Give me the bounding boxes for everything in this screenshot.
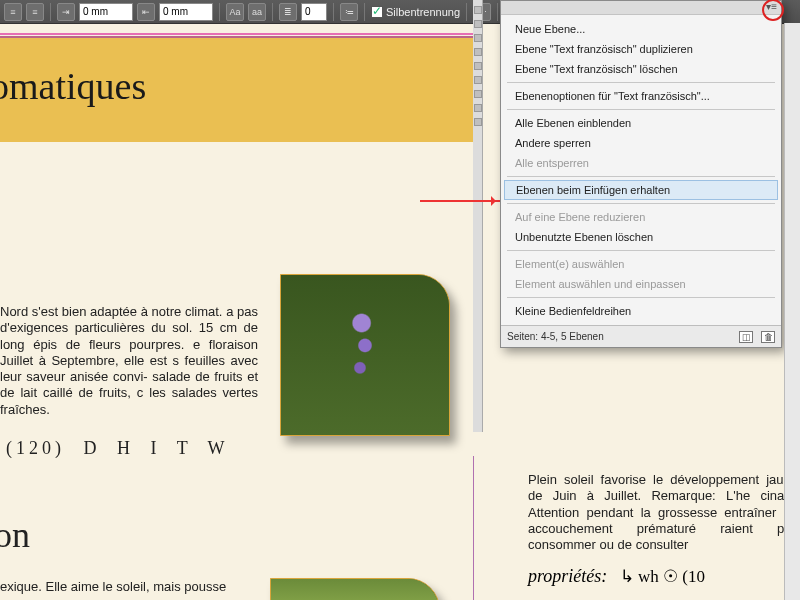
layers-panel-footer: Seiten: 4-5, 5 Ebenen ◫ 🗑 xyxy=(501,325,781,347)
margin-right-field[interactable]: 0 mm xyxy=(159,3,213,21)
footer-status: Seiten: 4-5, 5 Ebenen xyxy=(507,331,604,342)
body-text-right: Plein soleil favorise le développement j… xyxy=(528,472,798,553)
menu-item[interactable]: Ebenenoptionen für "Text französisch"... xyxy=(501,86,781,106)
list-icon[interactable]: ≔ xyxy=(340,3,358,21)
guide-line xyxy=(0,33,475,35)
menu-item: Element auswählen und einpassen xyxy=(501,274,781,294)
props2-value: ↳ wh ☉ (10 xyxy=(620,567,705,586)
plant-photo-2[interactable] xyxy=(270,578,440,600)
panel-menu-header: ▾≡ xyxy=(501,1,781,15)
indent-icon[interactable]: ⇥ xyxy=(57,3,75,21)
delete-layer-icon[interactable]: 🗑 xyxy=(761,331,775,343)
props1-prefix: (120) xyxy=(6,438,65,458)
page-title: omatiques xyxy=(0,64,146,108)
menu-item[interactable]: Andere sperren xyxy=(501,133,781,153)
menu-separator xyxy=(507,109,775,110)
columns-field[interactable]: 0 xyxy=(301,3,327,21)
menu-item[interactable]: Ebene "Text französisch" duplizieren xyxy=(501,39,781,59)
layers-panel-menu: ▾≡ Neue Ebene...Ebene "Text französisch"… xyxy=(500,0,782,348)
panel-menu-icon[interactable]: ▾≡ xyxy=(766,1,777,14)
props1-letters: D H I T W xyxy=(84,438,233,458)
menu-separator xyxy=(507,250,775,251)
new-layer-icon[interactable]: ◫ xyxy=(739,331,753,343)
annotation-arrow xyxy=(420,200,500,202)
menu-item: Auf eine Ebene reduzieren xyxy=(501,207,781,227)
page-spine-guide xyxy=(473,456,474,600)
menu-separator xyxy=(507,203,775,204)
props2-label: propriétés: xyxy=(528,566,607,586)
plant-photo-1[interactable] xyxy=(280,274,450,436)
hyphenation-checkbox[interactable]: Silbentrennung xyxy=(371,6,460,18)
checkbox-icon xyxy=(371,6,383,18)
body-line-3: exique. Elle aime le soleil, mais pousse xyxy=(0,579,226,594)
caps-icon[interactable]: Aa xyxy=(226,3,244,21)
body-text-left: Nord s'est bien adaptée à notre climat. … xyxy=(0,304,258,418)
margin-left-field[interactable]: 0 mm xyxy=(79,3,133,21)
panel-dock[interactable] xyxy=(473,0,483,432)
menu-item: Element(e) auswählen xyxy=(501,254,781,274)
columns-icon[interactable]: ≣ xyxy=(279,3,297,21)
align-center-icon[interactable]: ≡ xyxy=(26,3,44,21)
section-heading-2: on xyxy=(0,514,30,556)
smallcaps-icon[interactable]: aa xyxy=(248,3,266,21)
indent-icon-2[interactable]: ⇤ xyxy=(137,3,155,21)
menu-item[interactable]: Neue Ebene... xyxy=(501,19,781,39)
menu-item[interactable]: Ebenen beim Einfügen erhalten xyxy=(504,180,778,200)
menu-item[interactable]: Kleine Bedienfeldreihen xyxy=(501,301,781,321)
menu-separator xyxy=(507,176,775,177)
menu-item[interactable]: Unbenutzte Ebenen löschen xyxy=(501,227,781,247)
menu-item[interactable]: Ebene "Text französisch" löschen xyxy=(501,59,781,79)
hyphenation-label: Silbentrennung xyxy=(386,6,460,18)
align-left-icon[interactable]: ≡ xyxy=(4,3,22,21)
menu-separator xyxy=(507,82,775,83)
menu-separator xyxy=(507,297,775,298)
vertical-scrollbar[interactable] xyxy=(784,23,800,600)
menu-item[interactable]: Alle Ebenen einblenden xyxy=(501,113,781,133)
menu-item: Alle entsperren xyxy=(501,153,781,173)
properties-line-1: (120) D H I T W xyxy=(6,438,233,459)
properties-line-2: propriétés: ↳ wh ☉ (10 xyxy=(528,566,705,587)
